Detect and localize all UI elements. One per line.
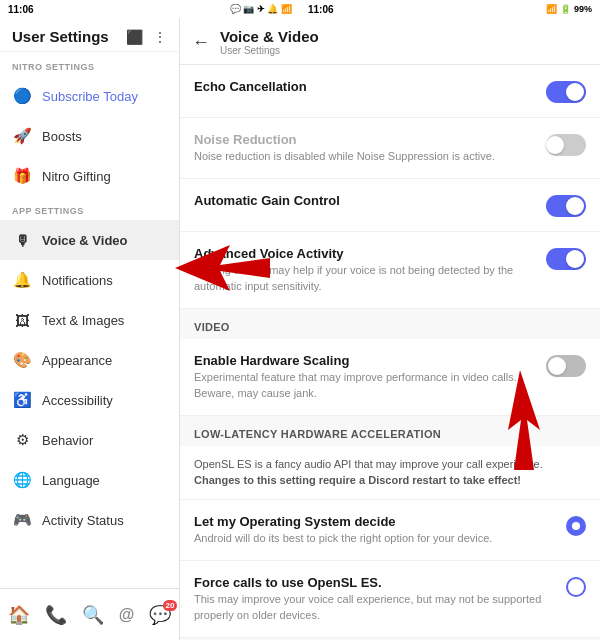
os-decide-desc: Android will do its best to pick the rig… — [194, 531, 556, 546]
behavior-icon: ⚙ — [12, 430, 32, 450]
sidebar-item-activity-status[interactable]: 🎮 Activity Status — [0, 500, 179, 540]
sidebar-item-accessibility[interactable]: ♿ Accessibility — [0, 380, 179, 420]
left-panel-header: User Settings ⬛ ⋮ — [0, 18, 179, 52]
llha-desc: OpenSL ES is a fancy audio API that may … — [194, 456, 586, 489]
more-icon[interactable]: ⋮ — [153, 29, 167, 45]
video-section-label: VIDEO — [180, 309, 600, 339]
activity-status-icon: 🎮 — [12, 510, 32, 530]
subscribe-label: Subscribe Today — [42, 89, 138, 104]
text-images-icon: 🖼 — [12, 310, 32, 330]
right-panel-content: Echo Cancellation Noise Reduction Noise … — [180, 65, 600, 640]
app-section-label: APP SETTINGS — [0, 196, 179, 220]
setting-hardware-scaling: Enable Hardware Scaling Experimental fea… — [180, 339, 600, 416]
notifications-icon: 🔔 — [12, 270, 32, 290]
advanced-voice-toggle[interactable] — [546, 248, 586, 270]
right-panel: ← Voice & Video User Settings Echo Cance… — [180, 18, 600, 640]
setting-force-opensl[interactable]: Force calls to use OpenSL ES. This may i… — [180, 561, 600, 638]
advanced-voice-desc: Turning this off may help if your voice … — [194, 263, 536, 294]
echo-cancellation-toggle[interactable] — [546, 81, 586, 103]
sidebar-item-behavior[interactable]: ⚙ Behavior — [0, 420, 179, 460]
tab-search[interactable]: 🔍 — [82, 604, 104, 626]
hardware-scaling-desc: Experimental feature that may improve pe… — [194, 370, 536, 401]
llha-description-row: OpenSL ES is a fancy audio API that may … — [180, 446, 600, 500]
nitro-section-label: NITRO SETTINGS — [0, 52, 179, 76]
right-panel-title: Voice & Video — [220, 28, 319, 45]
auto-gain-label: Automatic Gain Control — [194, 193, 536, 208]
llha-section-label: LOW-LATENCY HARDWARE ACCELERATION — [180, 416, 600, 446]
sidebar-item-boosts[interactable]: 🚀 Boosts — [0, 116, 179, 156]
right-panel-header: ← Voice & Video User Settings — [180, 18, 600, 65]
right-panel-subtitle: User Settings — [220, 45, 319, 56]
sidebar-item-subscribe[interactable]: 🔵 Subscribe Today — [0, 76, 179, 116]
advanced-voice-label: Advanced Voice Activity — [194, 246, 536, 261]
auto-gain-toggle[interactable] — [546, 195, 586, 217]
left-panel: User Settings ⬛ ⋮ NITRO SETTINGS 🔵 Subsc… — [0, 18, 180, 640]
text-images-label: Text & Images — [42, 313, 124, 328]
behavior-label: Behavior — [42, 433, 93, 448]
force-opensl-desc: This may improve your voice call experie… — [194, 592, 556, 623]
export-icon[interactable]: ⬛ — [126, 29, 143, 45]
right-status-icons: 📶 🔋 99% — [546, 4, 592, 14]
setting-noise-reduction: Noise Reduction Noise reduction is disab… — [180, 118, 600, 179]
time-left: 11:06 — [8, 4, 34, 15]
setting-advanced-voice: Advanced Voice Activity Turning this off… — [180, 232, 600, 309]
os-decide-label: Let my Operating System decide — [194, 514, 556, 529]
accessibility-icon: ♿ — [12, 390, 32, 410]
hardware-scaling-label: Enable Hardware Scaling — [194, 353, 536, 368]
voice-video-label: Voice & Video — [42, 233, 128, 248]
time-right: 11:06 — [308, 4, 334, 15]
nitro-gifting-icon: 🎁 — [12, 166, 32, 186]
accessibility-label: Accessibility — [42, 393, 113, 408]
noise-reduction-toggle[interactable] — [546, 134, 586, 156]
echo-cancellation-label: Echo Cancellation — [194, 79, 536, 94]
hardware-scaling-toggle[interactable] — [546, 355, 586, 377]
sidebar-item-nitro-gifting[interactable]: 🎁 Nitro Gifting — [0, 156, 179, 196]
back-button[interactable]: ← — [192, 32, 210, 53]
noise-reduction-label: Noise Reduction — [194, 132, 536, 147]
sidebar-item-voice-video[interactable]: 🎙 Voice & Video — [0, 220, 179, 260]
nitro-gifting-label: Nitro Gifting — [42, 169, 111, 184]
bottom-tab-bar: 🏠 📞 🔍 @ 💬 20 — [0, 588, 179, 640]
right-title-block: Voice & Video User Settings — [220, 28, 319, 56]
language-label: Language — [42, 473, 100, 488]
boosts-icon: 🚀 — [12, 126, 32, 146]
boosts-label: Boosts — [42, 129, 82, 144]
sidebar-item-text-images[interactable]: 🖼 Text & Images — [0, 300, 179, 340]
tab-home[interactable]: 🏠 — [8, 604, 30, 626]
sidebar-item-appearance[interactable]: 🎨 Appearance — [0, 340, 179, 380]
tab-phone[interactable]: 📞 — [45, 604, 67, 626]
force-opensl-radio[interactable] — [566, 577, 586, 597]
tab-mention[interactable]: @ — [119, 606, 135, 624]
setting-os-decide[interactable]: Let my Operating System decide Android w… — [180, 500, 600, 561]
force-opensl-label: Force calls to use OpenSL ES. — [194, 575, 556, 590]
noise-reduction-desc: Noise reduction is disabled while Noise … — [194, 149, 536, 164]
discord-badge: 20 — [163, 600, 178, 611]
voice-video-icon: 🎙 — [12, 230, 32, 250]
setting-auto-gain: Automatic Gain Control — [180, 179, 600, 232]
setting-echo-cancellation: Echo Cancellation — [180, 65, 600, 118]
tab-discord[interactable]: 💬 20 — [149, 604, 171, 626]
language-icon: 🌐 — [12, 470, 32, 490]
left-status-icons: 💬 📷 ✈ 🔔 📶 — [230, 4, 292, 14]
notifications-label: Notifications — [42, 273, 113, 288]
sidebar-item-language[interactable]: 🌐 Language — [0, 460, 179, 500]
header-icons: ⬛ ⋮ — [126, 29, 167, 45]
appearance-icon: 🎨 — [12, 350, 32, 370]
appearance-label: Appearance — [42, 353, 112, 368]
activity-status-label: Activity Status — [42, 513, 124, 528]
sidebar-item-notifications[interactable]: 🔔 Notifications — [0, 260, 179, 300]
llha-desc-bold: Changes to this setting require a Discor… — [194, 474, 521, 486]
battery-pct: 99% — [574, 4, 592, 14]
left-panel-title: User Settings — [12, 28, 109, 45]
status-bar-right: 11:06 📶 🔋 99% — [300, 0, 600, 18]
os-decide-radio[interactable] — [566, 516, 586, 536]
subscribe-icon: 🔵 — [12, 86, 32, 106]
status-bar-left: 11:06 💬 📷 ✈ 🔔 📶 — [0, 0, 300, 18]
